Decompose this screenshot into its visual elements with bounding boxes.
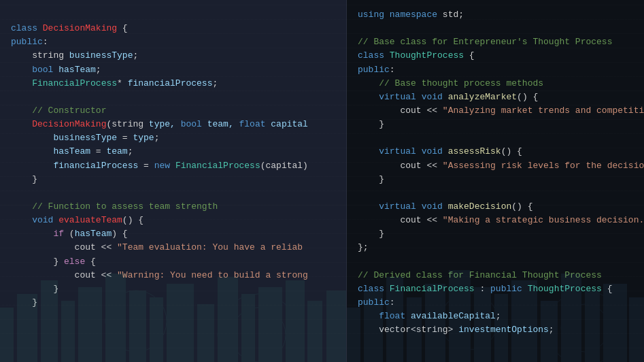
left-code-pane: class DecisionMaking { public: string bu… — [0, 0, 347, 362]
svg-rect-3 — [61, 301, 75, 362]
svg-rect-9 — [197, 304, 214, 362]
svg-rect-0 — [0, 308, 14, 362]
left-code-block: class DecisionMaking { public: string bu… — [11, 8, 335, 310]
right-code-pane: using namespace std; // Base class for E… — [347, 0, 644, 362]
svg-rect-14 — [307, 301, 322, 362]
svg-point-17 — [231, 308, 286, 362]
right-code-block: using namespace std; // Base class for E… — [358, 8, 633, 337]
